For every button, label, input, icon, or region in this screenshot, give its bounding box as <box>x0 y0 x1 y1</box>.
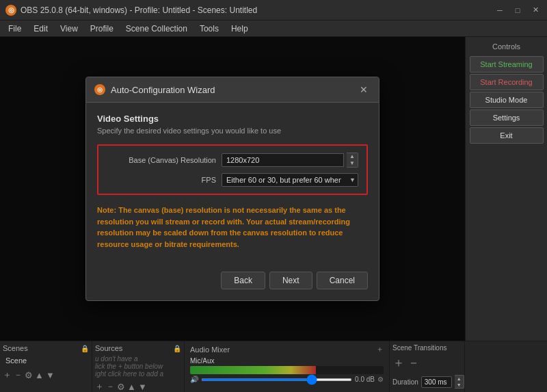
mute-icon[interactable]: 🔊 <box>190 376 198 383</box>
resolution-spinner[interactable]: ▲ ▼ <box>347 153 358 168</box>
minimize-button[interactable]: ─ <box>494 4 506 16</box>
right-panel: Controls Start Streaming Start Recording… <box>465 37 547 341</box>
exit-button[interactable]: Exit <box>470 127 544 144</box>
remove-transition-button[interactable]: － <box>408 354 420 371</box>
studio-mode-button[interactable]: Studio Mode <box>470 92 544 108</box>
cancel-button[interactable]: Cancel <box>317 272 368 289</box>
sources-label: Sources <box>95 344 122 352</box>
start-streaming-button[interactable]: Start Streaming <box>470 56 544 73</box>
main-area: ◎ Auto-Configuration Wizard ✕ Video Sett… <box>0 37 547 341</box>
menu-tools[interactable]: Tools <box>194 23 224 35</box>
mixer-track-name: Mic/Aux <box>190 357 384 365</box>
add-scene-button[interactable]: ＋ <box>3 369 12 381</box>
scenes-lock-icon[interactable]: 🔒 <box>81 345 89 352</box>
spin-down-icon[interactable]: ▼ <box>347 160 358 167</box>
duration-label: Duration <box>392 378 418 386</box>
remove-scene-button[interactable]: － <box>14 369 23 381</box>
preview-area: ◎ Auto-Configuration Wizard ✕ Video Sett… <box>0 37 465 341</box>
settings-button[interactable]: Settings <box>470 109 544 126</box>
fps-row: FPS Either 60 or 30, but prefer 60 when … <box>107 173 358 187</box>
audio-level-fill <box>190 366 316 374</box>
mixer-label-text: Audio Mixer <box>190 345 230 354</box>
scene-settings-icon[interactable]: ⚙ <box>25 369 33 381</box>
dialog-overlay: ◎ Auto-Configuration Wizard ✕ Video Sett… <box>0 37 465 341</box>
sources-lock-icon[interactable]: 🔒 <box>173 345 181 352</box>
fps-label: FPS <box>107 176 216 184</box>
mixer-add-icon[interactable]: ＋ <box>376 344 384 354</box>
sources-bottom-buttons: ＋ － ⚙ ▲ ▼ <box>95 380 181 392</box>
mixer-panel: Audio Mixer ＋ Mic/Aux 🔊 0.0 dB ⚙ <box>185 341 390 392</box>
audio-volume-slider[interactable] <box>201 378 352 381</box>
resolution-label: Base (Canvas) Resolution <box>107 156 216 164</box>
menu-edit[interactable]: Edit <box>28 23 53 35</box>
source-move-up-icon[interactable]: ▲ <box>127 380 136 392</box>
scenes-panel: Scenes 🔒 Scene ＋ － ⚙ ▲ ▼ <box>0 341 92 392</box>
dialog-buttons: Back Next Cancel <box>86 272 379 300</box>
source-settings-icon[interactable]: ⚙ <box>117 380 125 392</box>
dialog-body: Video Settings Specify the desired video… <box>86 103 379 272</box>
settings-box: Base (Canvas) Resolution ▲ ▼ F <box>97 144 368 195</box>
duration-input[interactable] <box>421 376 452 388</box>
audio-db-value: 0.0 dB <box>355 376 375 383</box>
add-source-button[interactable]: ＋ <box>95 380 104 392</box>
window-controls: ─ □ ✕ <box>494 4 542 16</box>
remove-source-button[interactable]: － <box>106 380 115 392</box>
scene-move-down-icon[interactable]: ▼ <box>46 369 55 381</box>
bottom-panel: Scenes 🔒 Scene ＋ － ⚙ ▲ ▼ Sources 🔒 u don… <box>0 341 547 392</box>
sources-hint: u don't have a lick the + button below i… <box>95 355 181 378</box>
start-recording-button[interactable]: Start Recording <box>470 74 544 90</box>
spin-up-icon[interactable]: ▲ <box>347 153 358 160</box>
audio-settings-icon[interactable]: ⚙ <box>377 376 384 383</box>
dialog-titlebar: ◎ Auto-Configuration Wizard ✕ <box>86 77 379 103</box>
duration-up-icon[interactable]: ▲ <box>455 376 464 382</box>
dialog-section-desc: Specify the desired video settings you w… <box>97 127 368 135</box>
source-move-down-icon[interactable]: ▼ <box>138 380 147 392</box>
scenes-bottom-buttons: ＋ － ⚙ ▲ ▼ <box>3 369 89 381</box>
transitions-label: Scene Transitions <box>392 344 447 352</box>
transitions-panel: Scene Transitions ＋ － Duration ▲ ▼ <box>390 341 465 392</box>
menu-view[interactable]: View <box>55 23 83 35</box>
auto-config-dialog: ◎ Auto-Configuration Wizard ✕ Video Sett… <box>85 77 379 301</box>
menu-bar: File Edit View Profile Scene Collection … <box>0 21 547 37</box>
fps-select[interactable]: Either 60 or 30, but prefer 60 when poss… <box>222 173 358 187</box>
close-button[interactable]: ✕ <box>529 4 542 16</box>
maximize-button[interactable]: □ <box>511 4 524 16</box>
fps-control: Either 60 or 30, but prefer 60 when poss… <box>222 173 358 187</box>
menu-profile[interactable]: Profile <box>85 23 119 35</box>
menu-scene-collection[interactable]: Scene Collection <box>120 23 193 35</box>
title-bar: ◎ OBS 25.0.8 (64-bit, windows) - Profile… <box>0 0 547 21</box>
duration-spinner[interactable]: ▲ ▼ <box>455 375 464 389</box>
menu-file[interactable]: File <box>3 23 27 35</box>
resolution-input[interactable] <box>222 153 344 167</box>
audio-level-bar <box>190 366 384 374</box>
window-title: OBS 25.0.8 (64-bit, windows) - Profile: … <box>21 5 257 15</box>
resolution-control: ▲ ▼ <box>222 153 358 168</box>
dialog-section-title: Video Settings <box>97 114 368 124</box>
scene-item[interactable]: Scene <box>3 355 89 366</box>
menu-help[interactable]: Help <box>226 23 254 35</box>
scene-move-up-icon[interactable]: ▲ <box>35 369 44 381</box>
controls-label: Controls <box>492 42 520 51</box>
scenes-label: Scenes <box>3 344 28 352</box>
audio-controls: 🔊 0.0 dB ⚙ <box>190 376 384 383</box>
add-transition-button[interactable]: ＋ <box>392 354 405 371</box>
note-text: Note: The canvas (base) resolution is no… <box>97 205 368 250</box>
sources-panel: Sources 🔒 u don't have a lick the + butt… <box>92 341 185 392</box>
resolution-row: Base (Canvas) Resolution ▲ ▼ <box>107 153 358 168</box>
dialog-logo-icon: ◎ <box>94 84 105 95</box>
dialog-close-button[interactable]: ✕ <box>357 83 371 96</box>
controls-bottom-panel <box>465 341 547 392</box>
duration-down-icon[interactable]: ▼ <box>455 382 464 388</box>
next-button[interactable]: Next <box>269 272 312 289</box>
back-button[interactable]: Back <box>221 272 265 289</box>
app-icon: ◎ <box>5 5 16 16</box>
dialog-title: Auto-Configuration Wizard <box>111 85 215 95</box>
